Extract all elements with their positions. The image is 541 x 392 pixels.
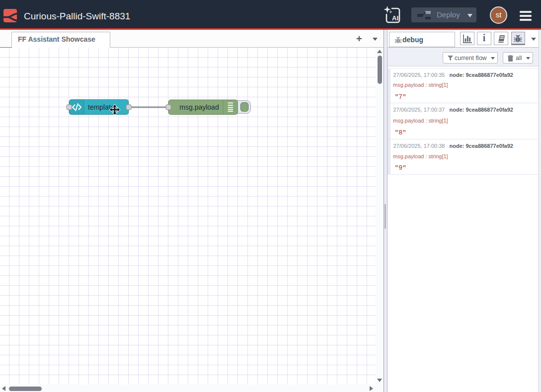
svg-text:AI: AI (392, 14, 398, 22)
svg-text:msg.payload: msg.payload (179, 103, 219, 111)
